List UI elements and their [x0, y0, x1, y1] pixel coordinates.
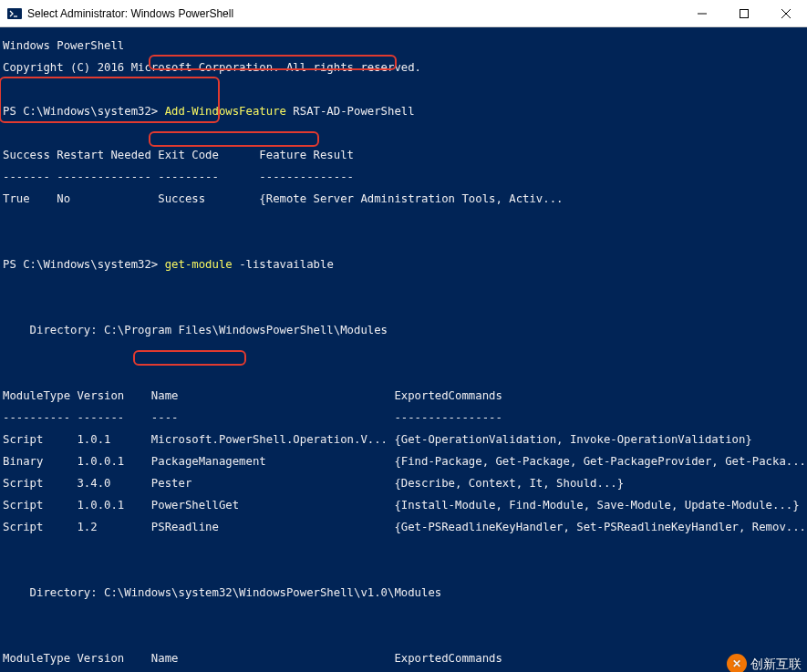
prompt-prefix: PS C:\Windows\system32>: [3, 258, 165, 271]
console-line: ------- -------------- --------- -------…: [3, 171, 807, 182]
console-line: [3, 543, 807, 554]
console-line: [3, 303, 807, 314]
table-row: Binary 1.0.0.1 PackageManagement {Find-P…: [3, 456, 807, 467]
table-row: Script 1.0.0.1 PowerShellGet {Install-Mo…: [3, 500, 807, 511]
table-header: ModuleType Version Name ExportedCommands: [3, 390, 807, 401]
command-rest: -listavailable: [233, 258, 334, 271]
console-line: True No Success {Remote Server Administr…: [3, 193, 807, 204]
console-line: Directory: C:\Program Files\WindowsPower…: [3, 325, 807, 336]
watermark-logo-icon: ✕: [727, 654, 747, 672]
console-line: Directory: C:\Windows\system32\WindowsPo…: [3, 587, 807, 598]
close-button[interactable]: [765, 0, 807, 26]
table-header: ModuleType Version Name ExportedCommands: [3, 653, 807, 664]
console-line: [3, 84, 807, 95]
table-row: Script 1.2 PSReadline {Get-PSReadlineKey…: [3, 522, 807, 532]
console-line: [3, 565, 807, 576]
console-line: [3, 215, 807, 226]
command-highlight: get-module: [165, 258, 233, 271]
prompt-line: PS C:\Windows\system32> get-module -list…: [3, 259, 807, 270]
svg-rect-2: [740, 9, 749, 17]
minimize-button[interactable]: [681, 0, 723, 26]
console-output[interactable]: Windows PowerShell Copyright (C) 2016 Mi…: [0, 27, 807, 672]
prompt-prefix: PS C:\Windows\system32>: [3, 105, 165, 118]
console-line: [3, 281, 807, 292]
console-line: Windows PowerShell: [3, 40, 807, 51]
console-line: [3, 128, 807, 139]
table-row: Script 1.0.1 Microsoft.PowerShell.Operat…: [3, 434, 807, 445]
command-rest: RSAT-AD-PowerShell: [286, 105, 415, 118]
svg-rect-0: [7, 8, 22, 19]
window-title: Select Administrator: Windows PowerShell: [27, 7, 681, 20]
window-titlebar: Select Administrator: Windows PowerShell: [0, 0, 807, 27]
console-line: [3, 631, 807, 642]
console-line: Copyright (C) 2016 Microsoft Corporation…: [3, 62, 807, 73]
watermark-text: 创新互联: [750, 658, 802, 669]
console-line: Success Restart Needed Exit Code Feature…: [3, 150, 807, 160]
console-line: [3, 609, 807, 620]
console-line: ---------- ------- ---- ----------------: [3, 412, 807, 423]
prompt-line: PS C:\Windows\system32> Add-WindowsFeatu…: [3, 106, 807, 117]
console-line: [3, 237, 807, 248]
maximize-button[interactable]: [723, 0, 765, 26]
command-highlight: Add-WindowsFeature: [165, 105, 286, 118]
window-controls: [681, 0, 807, 26]
console-line: [3, 368, 807, 379]
table-row: Script 3.4.0 Pester {Describe, Context, …: [3, 478, 807, 489]
watermark: ✕ 创新互联: [727, 654, 802, 672]
console-line: [3, 346, 807, 357]
powershell-icon: [7, 6, 22, 21]
